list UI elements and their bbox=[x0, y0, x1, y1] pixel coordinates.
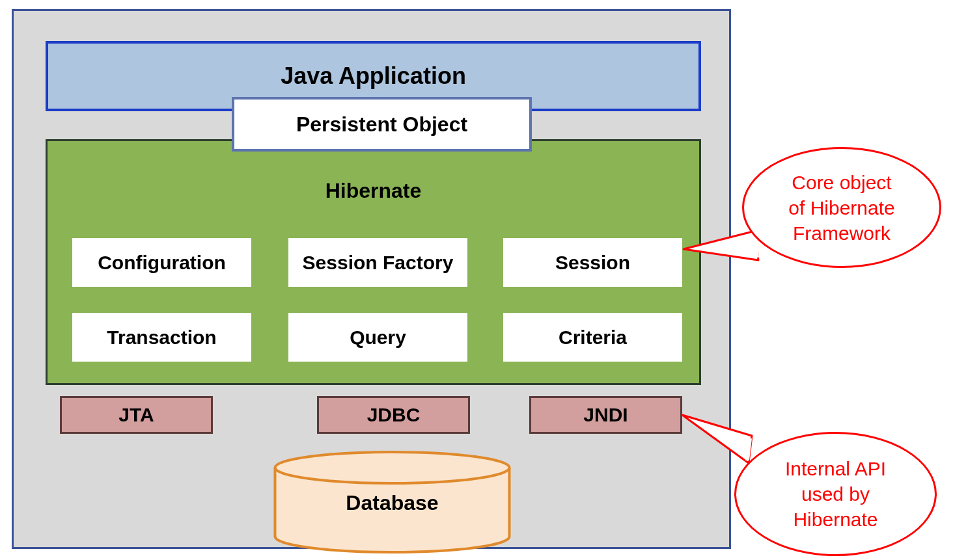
api-jdbc: JDBC bbox=[317, 396, 470, 434]
architecture-container: Java Application Persistent Object Hiber… bbox=[12, 9, 731, 549]
box-query: Query bbox=[288, 313, 467, 362]
box-criteria: Criteria bbox=[503, 313, 682, 362]
box-session-factory: Session Factory bbox=[288, 238, 467, 287]
database-label: Database bbox=[272, 491, 512, 515]
hibernate-title: Hibernate bbox=[48, 179, 699, 203]
persistent-object-box: Persistent Object bbox=[232, 97, 532, 152]
callout-core-object: Core object of Hibernate Framework bbox=[742, 147, 941, 268]
api-jta: JTA bbox=[60, 396, 213, 434]
callout-internal-api: Internal API used by Hibernate bbox=[734, 432, 937, 556]
api-jndi: JNDI bbox=[529, 396, 682, 434]
database-cylinder: Database bbox=[272, 451, 512, 555]
box-transaction: Transaction bbox=[72, 313, 251, 362]
box-session: Session bbox=[503, 238, 682, 287]
hibernate-box: Hibernate Configuration Session Factory … bbox=[46, 139, 701, 385]
box-configuration: Configuration bbox=[72, 238, 251, 287]
